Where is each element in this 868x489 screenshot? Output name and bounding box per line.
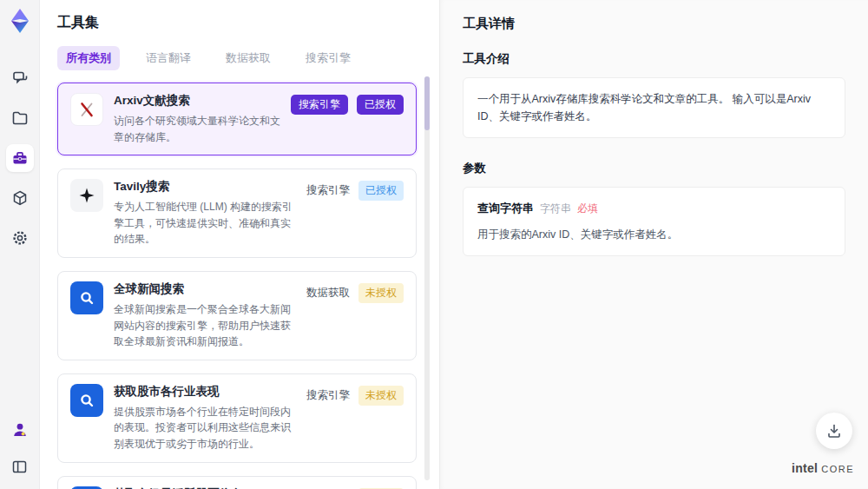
tool-card-arxiv[interactable]: Arxiv文献搜索 访问各个研究领域大量科学论文和文章的存储库。 搜索引擎 已授… [57,83,417,155]
sidebar-nav [6,64,34,252]
category-label: 数据获取 [306,283,350,303]
tab-language-translation[interactable]: 语言翻译 [137,46,200,70]
arxiv-logo-icon [70,93,103,126]
chat-icon [11,69,29,87]
collapse-sidebar-button[interactable] [6,453,34,480]
tool-card-active-stocks[interactable]: 获取市场最活跃股票信息 提供当天交易量最高的股票列表，投资者可以利用这些信息来识… [57,476,417,489]
tool-name: Tavily搜索 [114,179,296,195]
user-avatar-button[interactable] [6,416,34,444]
category-tabs: 所有类别 语言翻译 数据获取 搜索引擎 [57,46,417,70]
cube-icon [11,189,29,207]
download-button[interactable] [816,413,852,449]
category-badge: 搜索引擎 [291,95,348,115]
tab-all-categories[interactable]: 所有类别 [57,46,120,70]
tool-name: 获取市场最活跃股票信息 [114,486,296,489]
download-icon [825,422,843,439]
param-type: 字符串 [540,201,571,217]
folder-icon [11,109,29,127]
tab-data-acquisition[interactable]: 数据获取 [217,46,279,70]
stock-sector-icon [70,384,103,417]
avatar-icon [11,421,29,439]
list-scrollbar[interactable] [424,76,430,480]
tool-description: 访问各个研究领域大量科学论文和文章的存储库。 [114,113,280,145]
tool-name: 全球新闻搜索 [114,281,296,297]
tool-list: Arxiv文献搜索 访问各个研究领域大量科学论文和文章的存储库。 搜索引擎 已授… [57,83,417,489]
tool-list-panel: 工具集 所有类别 语言翻译 数据获取 搜索引擎 Arxiv文献搜索 访问各个研究… [40,0,439,489]
intro-text: 一个用于从Arxiv存储库搜索科学论文和文章的工具。 输入可以是Arxiv ID… [477,93,811,122]
tool-name: 获取股市各行业表现 [114,384,296,400]
tool-description: 全球新闻搜索是一个聚合全球各大新闻网站内容的搜索引擎，帮助用户快速获取全球最新资… [114,301,296,350]
param-name: 查询字符串 [477,200,534,218]
intro-heading: 工具介绍 [463,51,845,67]
param-description: 用于搜索的Arxiv ID、关键字或作者姓名。 [477,226,831,243]
sidebar-bottom [6,416,34,480]
sidebar-rail [0,0,40,489]
params-heading: 参数 [463,161,845,176]
tool-detail-panel: 工具详情 工具介绍 一个用于从Arxiv存储库搜索科学论文和文章的工具。 输入可… [439,0,868,489]
global-news-icon [70,281,103,314]
tool-description: 提供股票市场各个行业在特定时间段内的表现。投资者可以利用这些信息来识别表现优于或… [114,404,296,453]
brand-core: CORE [821,464,854,474]
settings-icon [11,229,29,247]
sidebar-item-files[interactable] [6,104,34,132]
category-label: 搜索引擎 [306,386,350,406]
intro-text-box: 一个用于从Arxiv存储库搜索科学论文和文章的工具。 输入可以是Arxiv ID… [463,77,845,138]
param-card: 查询字符串 字符串 必填 用于搜索的Arxiv ID、关键字或作者姓名。 [463,187,845,256]
panel-toggle-icon [11,459,28,475]
tool-card-global-news[interactable]: 全球新闻搜索 全球新闻搜索是一个聚合全球各大新闻网站内容的搜索引擎，帮助用户快速… [57,271,417,360]
brand-intel: intel [792,461,818,475]
sidebar-item-packages[interactable] [6,184,34,212]
tool-description: 专为人工智能代理 (LLM) 构建的搜索引擎工具，可快速提供实时、准确和真实的结… [114,199,296,248]
sidebar-item-chat[interactable] [6,64,34,92]
detail-title: 工具详情 [463,16,845,32]
intel-core-logo: intel CORE [792,461,854,475]
auth-status-badge: 已授权 [357,95,404,115]
tool-card-stock-sector[interactable]: 获取股市各行业表现 提供股票市场各个行业在特定时间段内的表现。投资者可以利用这些… [57,373,417,463]
sidebar-item-settings[interactable] [6,224,34,252]
auth-status-badge: 未授权 [358,283,404,303]
toolbox-icon [11,149,29,167]
tool-card-tavily[interactable]: Tavily搜索 专为人工智能代理 (LLM) 构建的搜索引擎工具，可快速提供实… [57,169,417,258]
auth-status-badge: 已授权 [358,181,404,201]
page-title: 工具集 [57,14,417,32]
active-stock-icon [70,486,103,489]
auth-status-badge: 未授权 [358,386,404,406]
tool-name: Arxiv文献搜索 [114,93,280,109]
tavily-star-icon [70,179,103,212]
sidebar-item-tools[interactable] [6,144,34,172]
app-logo [6,7,34,35]
list-scrollbar-thumb[interactable] [424,76,430,130]
tab-search-engine[interactable]: 搜索引擎 [297,46,359,70]
param-required-label: 必填 [577,201,598,217]
category-label: 搜索引擎 [306,181,350,201]
